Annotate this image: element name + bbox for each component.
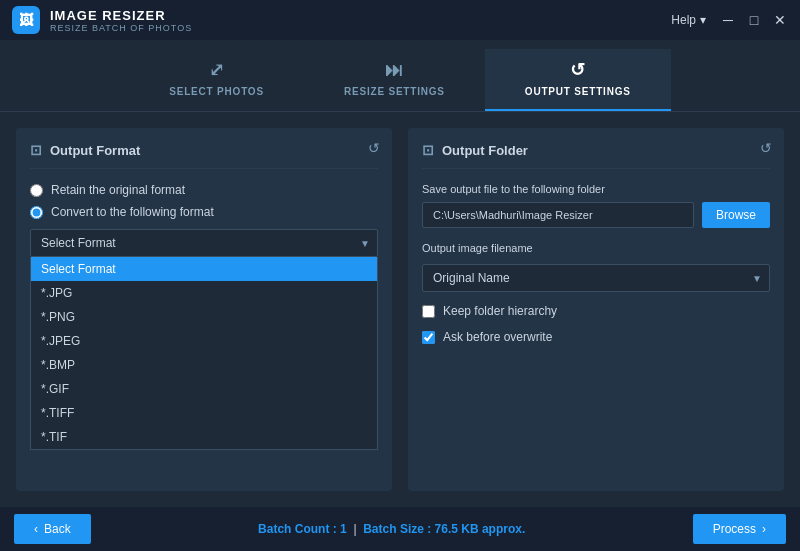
tab-output-settings[interactable]: ↺ OUTPUT SETTINGS — [485, 49, 671, 111]
resize-settings-label: RESIZE SETTINGS — [344, 86, 445, 97]
nav-tabs: ⤢ SELECT PHOTOS ⏭ RESIZE SETTINGS ↺ OUTP… — [0, 40, 800, 112]
format-option-tif[interactable]: *.TIF — [31, 425, 377, 449]
format-dropdown-wrapper: Select Format *.JPG *.PNG *.JPEG *.BMP *… — [30, 229, 378, 257]
select-photos-label: SELECT PHOTOS — [169, 86, 264, 97]
convert-format-radio[interactable] — [30, 206, 43, 219]
format-dropdown-list: Select Format *.JPG *.PNG *.JPEG *.BMP *… — [30, 257, 378, 450]
ask-overwrite-checkbox[interactable] — [422, 331, 435, 344]
format-dropdown[interactable]: Select Format *.JPG *.PNG *.JPEG *.BMP *… — [30, 229, 378, 257]
title-bar-right: Help ▾ ─ □ ✕ — [671, 12, 788, 28]
keep-hierarchy-checkbox[interactable] — [422, 305, 435, 318]
output-settings-label: OUTPUT SETTINGS — [525, 86, 631, 97]
format-option-gif[interactable]: *.GIF — [31, 377, 377, 401]
tab-resize-settings[interactable]: ⏭ RESIZE SETTINGS — [304, 50, 485, 111]
retain-format-option[interactable]: Retain the original format — [30, 183, 378, 197]
batch-count-value: 1 — [340, 522, 347, 536]
format-option-select[interactable]: Select Format — [31, 257, 377, 281]
output-format-title: Output Format — [50, 143, 140, 158]
title-text: IMAGE RESIZER RESIZE BATCH OF PHOTOS — [50, 8, 192, 33]
process-button[interactable]: Process › — [693, 514, 786, 544]
maximize-button[interactable]: □ — [746, 12, 762, 28]
back-arrow-icon: ‹ — [34, 522, 38, 536]
retain-format-radio[interactable] — [30, 184, 43, 197]
save-label: Save output file to the following folder — [422, 183, 770, 195]
convert-format-label: Convert to the following format — [51, 205, 214, 219]
back-label: Back — [44, 522, 71, 536]
format-option-png[interactable]: *.PNG — [31, 305, 377, 329]
filename-dropdown-wrapper: Original Name ▼ — [422, 264, 770, 292]
convert-format-option[interactable]: Convert to the following format — [30, 205, 378, 219]
batch-info: Batch Count : 1 | Batch Size : 76.5 KB a… — [258, 522, 525, 536]
app-name: IMAGE RESIZER — [50, 8, 192, 23]
logo-icon: 🖼 — [19, 12, 33, 28]
keep-hierarchy-option[interactable]: Keep folder hierarchy — [422, 304, 770, 318]
output-folder-panel: ⊡ Output Folder ↺ Save output file to th… — [408, 128, 784, 491]
output-folder-refresh-button[interactable]: ↺ — [760, 140, 772, 156]
minimize-button[interactable]: ─ — [720, 12, 736, 28]
output-format-panel-icon: ⊡ — [30, 142, 42, 158]
batch-size-label: Batch Size : — [363, 522, 431, 536]
folder-path-input[interactable] — [422, 202, 694, 228]
batch-count-label: Batch Count : — [258, 522, 337, 536]
format-option-jpeg[interactable]: *.JPEG — [31, 329, 377, 353]
output-format-panel: ⊡ Output Format ↺ Retain the original fo… — [16, 128, 392, 491]
window-controls: ─ □ ✕ — [720, 12, 788, 28]
process-label: Process — [713, 522, 756, 536]
filename-dropdown[interactable]: Original Name — [422, 264, 770, 292]
batch-size-value: 76.5 KB approx. — [435, 522, 526, 536]
process-arrow-icon: › — [762, 522, 766, 536]
output-format-refresh-button[interactable]: ↺ — [368, 140, 380, 156]
output-format-header: ⊡ Output Format — [30, 142, 378, 169]
help-button[interactable]: Help ▾ — [671, 13, 706, 27]
close-button[interactable]: ✕ — [772, 12, 788, 28]
output-folder-header: ⊡ Output Folder — [422, 142, 770, 169]
tab-select-photos[interactable]: ⤢ SELECT PHOTOS — [129, 49, 304, 111]
output-folder-title: Output Folder — [442, 143, 528, 158]
select-photos-icon: ⤢ — [209, 59, 225, 81]
keep-hierarchy-label: Keep folder hierarchy — [443, 304, 557, 318]
output-settings-icon: ↺ — [570, 59, 586, 81]
format-option-bmp[interactable]: *.BMP — [31, 353, 377, 377]
format-option-jpg[interactable]: *.JPG — [31, 281, 377, 305]
app-subtitle: RESIZE BATCH OF PHOTOS — [50, 23, 192, 33]
bottom-bar: ‹ Back Batch Count : 1 | Batch Size : 76… — [0, 507, 800, 551]
title-bar: 🖼 IMAGE RESIZER RESIZE BATCH OF PHOTOS H… — [0, 0, 800, 40]
browse-button[interactable]: Browse — [702, 202, 770, 228]
filename-label: Output image filename — [422, 242, 770, 254]
ask-overwrite-option[interactable]: Ask before overwrite — [422, 330, 770, 344]
ask-overwrite-label: Ask before overwrite — [443, 330, 552, 344]
folder-row: Browse — [422, 202, 770, 228]
resize-settings-icon: ⏭ — [385, 60, 404, 81]
back-button[interactable]: ‹ Back — [14, 514, 91, 544]
app-logo: 🖼 — [12, 6, 40, 34]
output-folder-panel-icon: ⊡ — [422, 142, 434, 158]
retain-format-label: Retain the original format — [51, 183, 185, 197]
format-option-tiff[interactable]: *.TIFF — [31, 401, 377, 425]
main-content: ⊡ Output Format ↺ Retain the original fo… — [0, 112, 800, 507]
title-bar-left: 🖼 IMAGE RESIZER RESIZE BATCH OF PHOTOS — [12, 6, 192, 34]
